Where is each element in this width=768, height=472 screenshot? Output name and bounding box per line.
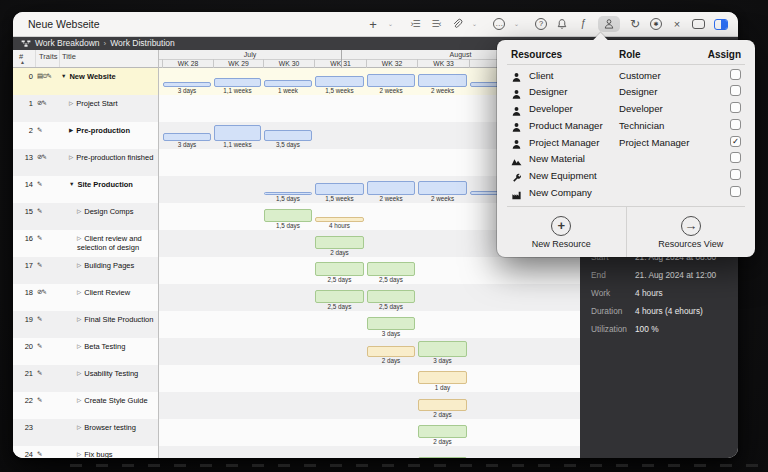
gantt-bar[interactable]	[214, 125, 261, 141]
disclosure-open-icon[interactable]: ▼	[61, 73, 66, 79]
add-icon[interactable]: +	[367, 18, 379, 31]
gantt-bar[interactable]	[315, 76, 364, 87]
gantt-row[interactable]: 2 days3 days	[159, 338, 580, 365]
gantt-bar[interactable]	[315, 183, 364, 195]
panel-bottom-icon[interactable]	[692, 19, 705, 29]
disclosure-closed-icon[interactable]: ▶	[69, 127, 73, 133]
task-row[interactable]: 17✎▷Building Pages	[13, 257, 158, 284]
task-row[interactable]: 24✎▷Fix bugs	[13, 446, 158, 458]
gantt-bar[interactable]	[418, 425, 467, 438]
disclosure-leaf-icon[interactable]: ▷	[77, 316, 81, 322]
week-header-cell[interactable]: WK 29	[213, 59, 263, 68]
task-row[interactable]: 1⊘✎▷Project Start	[13, 95, 158, 122]
week-header-cell[interactable]: WK 32	[366, 59, 417, 68]
outdent-icon[interactable]: ☰‹	[430, 20, 442, 29]
disclosure-leaf-icon[interactable]: ▷	[77, 370, 81, 376]
disclosure-leaf-icon[interactable]: ▷	[77, 235, 81, 241]
gantt-bar[interactable]	[264, 80, 312, 87]
task-title[interactable]: ▷Browser testing	[61, 423, 156, 432]
gantt-bar[interactable]	[264, 209, 312, 222]
disclosure-leaf-icon[interactable]: ▷	[77, 397, 81, 403]
gantt-bar[interactable]	[315, 262, 364, 276]
task-row[interactable]: 13⊘✎▷Pre-production finished	[13, 149, 158, 176]
assign-checkbox[interactable]	[730, 152, 741, 163]
resource-row[interactable]: Product ManagerTechnician	[497, 117, 755, 134]
resource-row[interactable]: ClientCustomer	[497, 67, 755, 84]
task-row[interactable]: 14✎▼Site Production	[13, 176, 158, 203]
gantt-bar[interactable]	[418, 399, 467, 411]
column-header-title[interactable]: Title	[62, 52, 76, 61]
resource-row[interactable]: New Equipment	[497, 168, 755, 185]
task-row[interactable]: 22✎▷Create Style Guide	[13, 392, 158, 419]
breadcrumb-item[interactable]: Work Breakdown	[35, 38, 100, 48]
indent-icon[interactable]: ›☰	[409, 20, 421, 29]
task-title[interactable]: ▷Usability Testing	[61, 369, 156, 378]
close-x-icon[interactable]: ×	[671, 19, 683, 30]
gantt-bar[interactable]	[418, 457, 467, 458]
resource-row[interactable]: DeveloperDeveloper	[497, 101, 755, 118]
assign-checkbox[interactable]	[730, 169, 741, 180]
new-resource-button[interactable]: + New Resource	[497, 207, 626, 257]
sync-icon[interactable]: ↻	[629, 18, 641, 30]
task-title[interactable]: ▷Project Start	[61, 99, 156, 108]
gantt-row[interactable]: 2,5 days2,5 days	[159, 284, 580, 311]
task-title[interactable]: ▷Design Comps	[61, 207, 156, 216]
gantt-bar[interactable]	[315, 290, 364, 303]
disclosure-leaf-icon[interactable]: ▷	[77, 343, 81, 349]
gantt-bar[interactable]	[367, 181, 415, 195]
task-row[interactable]: 15✎▷Design Comps	[13, 203, 158, 230]
help-circle-icon[interactable]: ?	[535, 18, 547, 30]
gantt-row[interactable]	[159, 446, 580, 458]
assign-checkbox[interactable]: ✓	[730, 136, 741, 147]
task-row[interactable]: 2✎▶Pre-production	[13, 122, 158, 149]
assign-checkbox[interactable]	[730, 69, 741, 80]
week-header-cell[interactable]: WK 31	[314, 59, 366, 68]
attach-icon[interactable]	[451, 18, 463, 30]
gantt-bar[interactable]	[367, 290, 415, 303]
task-title[interactable]: ▶Pre-production	[61, 126, 156, 135]
gantt-row[interactable]: 3 days	[159, 311, 580, 338]
gantt-bar[interactable]	[264, 130, 312, 141]
gantt-bar[interactable]	[163, 133, 211, 141]
assign-checkbox[interactable]	[730, 186, 741, 197]
week-header-cell[interactable]: WK 28	[162, 59, 213, 68]
week-header-cell[interactable]: WK 33	[417, 59, 469, 68]
task-row[interactable]: 19✎▷Final Site Production	[13, 311, 158, 338]
task-row[interactable]: 16✎▷Client review and selection of desig…	[13, 230, 158, 257]
gantt-row[interactable]: 2 days	[159, 419, 580, 446]
task-title[interactable]: ▷Client Review	[61, 288, 156, 297]
more-circle-icon[interactable]: …	[493, 18, 505, 30]
disclosure-leaf-icon[interactable]: ▷	[69, 154, 73, 160]
share-circle-icon[interactable]: ✱	[650, 18, 662, 30]
gantt-bar[interactable]	[418, 74, 467, 87]
task-row[interactable]: 20✎▷Beta Testing	[13, 338, 158, 365]
panel-right-icon[interactable]	[714, 19, 728, 30]
task-title[interactable]: ▷Fix bugs	[61, 450, 156, 458]
table-header[interactable]: # ▲ Traits Title	[13, 50, 158, 68]
gantt-bar[interactable]	[367, 262, 415, 276]
task-title[interactable]: ▼New Website	[61, 72, 156, 81]
resource-row[interactable]: DesignerDesigner	[497, 84, 755, 101]
task-title[interactable]: ▷Beta Testing	[61, 342, 156, 351]
gantt-bar[interactable]	[367, 346, 415, 357]
gantt-bar[interactable]	[214, 78, 261, 87]
function-icon[interactable]: ƒ	[577, 19, 589, 29]
gantt-bar[interactable]	[315, 236, 364, 249]
task-row[interactable]: 0▤⊙✎▼New Website	[13, 68, 158, 95]
chevron-down-icon[interactable]: ⌄	[472, 21, 484, 28]
gantt-row[interactable]: 2,5 days2,5 days	[159, 257, 580, 284]
gantt-row[interactable]: 2 days	[159, 392, 580, 419]
person-icon[interactable]	[598, 16, 620, 32]
bell-icon[interactable]	[556, 18, 568, 30]
disclosure-leaf-icon[interactable]: ▷	[77, 451, 81, 457]
assign-checkbox[interactable]	[730, 85, 741, 96]
disclosure-leaf-icon[interactable]: ▷	[77, 289, 81, 295]
gantt-bar[interactable]	[418, 371, 467, 384]
task-title[interactable]: ▷Client review and selection of design	[61, 234, 156, 253]
task-title[interactable]: ▷Create Style Guide	[61, 396, 156, 405]
resources-view-button[interactable]: → Resources View	[626, 207, 756, 257]
gantt-bar[interactable]	[418, 341, 467, 357]
task-title[interactable]: ▷Building Pages	[61, 261, 156, 270]
task-title[interactable]: ▷Pre-production finished	[61, 153, 156, 162]
gantt-bar[interactable]	[367, 317, 415, 330]
